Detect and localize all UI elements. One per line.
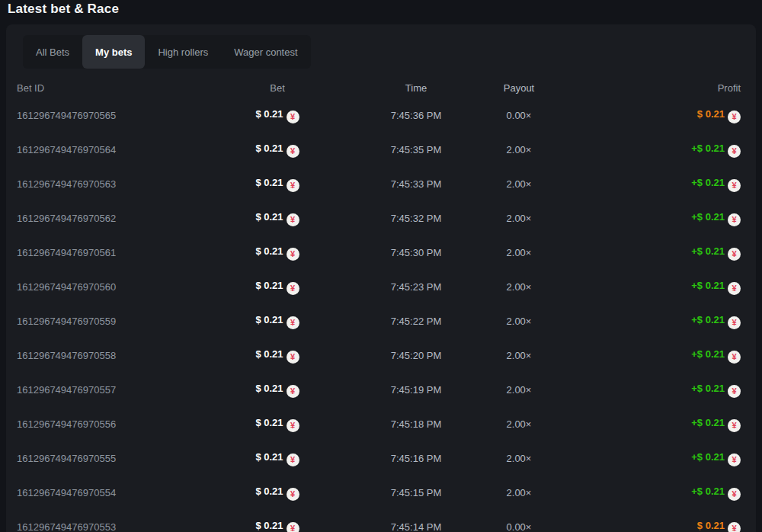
time-cell: 7:45:23 PM (370, 281, 462, 293)
profit-cell: +$ 0.21¥ (576, 211, 741, 226)
time-cell: 7:45:15 PM (370, 487, 462, 498)
table-row[interactable]: 161296749476970558 $ 0.21¥ 7:45:20 PM 2.… (17, 338, 741, 373)
profit-cell: +$ 0.21¥ (576, 280, 741, 295)
jpy-coin-icon: ¥ (728, 351, 741, 364)
jpy-coin-icon: ¥ (728, 248, 741, 261)
bet-cell: $ 0.21¥ (184, 245, 370, 261)
jpy-coin-icon: ¥ (728, 453, 741, 466)
payout-cell: 2.00× (462, 384, 576, 396)
time-cell: 7:45:33 PM (370, 178, 462, 190)
bet-cell: $ 0.21¥ (184, 417, 370, 432)
profit-amount: +$ 0.21 (691, 211, 725, 223)
bet-cell: $ 0.21¥ (184, 177, 370, 192)
profit-cell: +$ 0.21¥ (576, 348, 741, 364)
time-cell: 7:45:19 PM (370, 384, 462, 396)
tab-all-bets[interactable]: All Bets (23, 35, 82, 69)
bet-id-cell: 161296749476970565 (17, 110, 184, 121)
jpy-coin-icon: ¥ (287, 419, 299, 432)
time-cell: 7:45:30 PM (370, 247, 462, 258)
tab-my-bets[interactable]: My bets (82, 35, 145, 69)
table-row[interactable]: 161296749476970560 $ 0.21¥ 7:45:23 PM 2.… (17, 270, 741, 304)
bet-amount: $ 0.21 (255, 211, 283, 223)
jpy-coin-icon: ¥ (287, 213, 299, 226)
time-cell: 7:45:22 PM (370, 316, 462, 327)
payout-cell: 0.00× (462, 521, 576, 532)
payout-cell: 2.00× (462, 418, 576, 430)
time-cell: 7:45:20 PM (370, 350, 462, 361)
time-cell: 7:45:14 PM (370, 521, 462, 532)
time-cell: 7:45:36 PM (370, 110, 462, 121)
bet-amount: $ 0.21 (255, 451, 283, 463)
bet-amount: $ 0.21 (255, 143, 283, 154)
table-row[interactable]: 161296749476970559 $ 0.21¥ 7:45:22 PM 2.… (17, 304, 741, 338)
jpy-coin-icon: ¥ (287, 522, 299, 532)
bets-tab-list: All Bets My bets High rollers Wager cont… (23, 35, 311, 69)
bet-id-cell: 161296749476970564 (17, 144, 184, 155)
profit-amount: +$ 0.21 (691, 245, 725, 257)
bet-id-cell: 161296749476970555 (17, 453, 184, 464)
column-header-payout: Payout (462, 82, 576, 94)
jpy-coin-icon: ¥ (287, 385, 299, 398)
column-header-bet: Bet (184, 82, 370, 94)
jpy-coin-icon: ¥ (728, 488, 741, 501)
jpy-coin-icon: ¥ (287, 453, 299, 466)
payout-cell: 2.00× (462, 350, 576, 361)
bet-amount: $ 0.21 (255, 348, 283, 360)
table-row[interactable]: 161296749476970564 $ 0.21¥ 7:45:35 PM 2.… (17, 133, 741, 167)
bet-id-cell: 161296749476970553 (17, 521, 184, 532)
jpy-coin-icon: ¥ (287, 179, 299, 192)
jpy-coin-icon: ¥ (287, 111, 299, 123)
jpy-coin-icon: ¥ (728, 522, 741, 532)
profit-cell: +$ 0.21¥ (576, 143, 741, 158)
profit-amount: +$ 0.21 (691, 177, 725, 188)
column-header-bet-id: Bet ID (17, 82, 184, 94)
bet-amount: $ 0.21 (255, 486, 283, 497)
bet-amount: $ 0.21 (255, 245, 283, 257)
table-row[interactable]: 161296749476970555 $ 0.21¥ 7:45:16 PM 2.… (17, 441, 741, 476)
bet-cell: $ 0.21¥ (184, 143, 370, 158)
payout-cell: 2.00× (462, 247, 576, 258)
payout-cell: 2.00× (462, 487, 576, 498)
time-cell: 7:45:32 PM (370, 213, 462, 224)
jpy-coin-icon: ¥ (287, 351, 299, 364)
bet-amount: $ 0.21 (255, 520, 283, 531)
payout-cell: 2.00× (462, 144, 576, 155)
jpy-coin-icon: ¥ (728, 282, 741, 295)
profit-cell: +$ 0.21¥ (576, 383, 741, 398)
table-row[interactable]: 161296749476970565 $ 0.21¥ 7:45:36 PM 0.… (17, 98, 741, 133)
table-row[interactable]: 161296749476970557 $ 0.21¥ 7:45:19 PM 2.… (17, 373, 741, 407)
bet-id-cell: 161296749476970563 (17, 178, 184, 190)
bet-id-cell: 161296749476970561 (17, 247, 184, 258)
jpy-coin-icon: ¥ (728, 111, 741, 123)
profit-amount: +$ 0.21 (691, 417, 725, 428)
time-cell: 7:45:18 PM (370, 418, 462, 430)
table-header-row: Bet ID Bet Time Payout Profit (17, 82, 741, 94)
column-header-time: Time (370, 82, 462, 94)
table-row[interactable]: 161296749476970561 $ 0.21¥ 7:45:30 PM 2.… (17, 236, 741, 270)
jpy-coin-icon: ¥ (728, 316, 741, 329)
bet-cell: $ 0.21¥ (184, 108, 370, 123)
bet-id-cell: 161296749476970562 (17, 213, 184, 224)
table-row[interactable]: 161296749476970554 $ 0.21¥ 7:45:15 PM 2.… (17, 476, 741, 510)
jpy-coin-icon: ¥ (287, 488, 299, 501)
table-row[interactable]: 161296749476970556 $ 0.21¥ 7:45:18 PM 2.… (17, 407, 741, 441)
profit-cell: +$ 0.21¥ (576, 486, 741, 501)
payout-cell: 2.00× (462, 453, 576, 464)
bet-amount: $ 0.21 (255, 177, 283, 188)
tab-high-rollers[interactable]: High rollers (145, 35, 221, 69)
bet-amount: $ 0.21 (255, 383, 283, 394)
jpy-coin-icon: ¥ (728, 385, 741, 398)
payout-cell: 2.00× (462, 316, 576, 327)
table-row[interactable]: 161296749476970553 $ 0.21¥ 7:45:14 PM 0.… (17, 510, 741, 532)
bet-cell: $ 0.21¥ (184, 383, 370, 398)
profit-amount: +$ 0.21 (691, 280, 725, 291)
bet-id-cell: 161296749476970554 (17, 487, 184, 498)
table-row[interactable]: 161296749476970563 $ 0.21¥ 7:45:33 PM 2.… (17, 167, 741, 201)
time-cell: 7:45:16 PM (370, 453, 462, 464)
bet-id-cell: 161296749476970557 (17, 384, 184, 396)
tab-wager-contest[interactable]: Wager contest (221, 35, 310, 69)
jpy-coin-icon: ¥ (728, 419, 741, 432)
time-cell: 7:45:35 PM (370, 144, 462, 155)
table-row[interactable]: 161296749476970562 $ 0.21¥ 7:45:32 PM 2.… (17, 201, 741, 236)
bet-cell: $ 0.21¥ (184, 211, 370, 226)
